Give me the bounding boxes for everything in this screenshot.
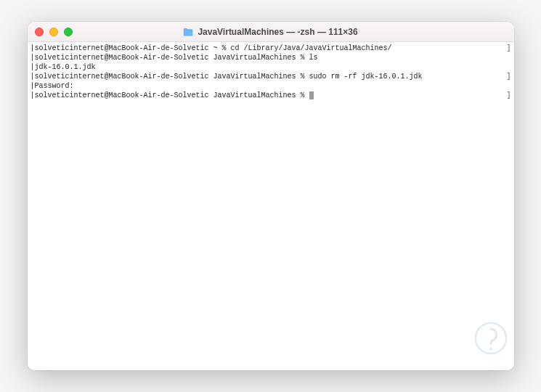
folder-icon bbox=[183, 28, 193, 36]
terminal-text: |Password: bbox=[30, 81, 511, 91]
window-title: JavaVirtualMachines — -zsh — 111×36 bbox=[198, 27, 357, 37]
maximize-icon[interactable] bbox=[64, 28, 73, 36]
terminal-text: |solveticinternet@MacBook-Air-de-Solveti… bbox=[30, 44, 507, 53]
terminal-text: |solveticinternet@MacBook-Air-de-Solveti… bbox=[30, 72, 507, 81]
terminal-line: |jdk-16.0.1.jdk bbox=[30, 62, 511, 72]
line-end-bracket: ] bbox=[506, 44, 511, 53]
watermark-logo bbox=[473, 321, 508, 356]
line-end-bracket: ] bbox=[506, 72, 511, 81]
terminal-line: |solveticinternet@MacBook-Air-de-Solveti… bbox=[30, 91, 511, 100]
titlebar[interactable]: JavaVirtualMachines — -zsh — 111×36 bbox=[28, 22, 514, 42]
terminal-text: |solveticinternet@MacBook-Air-de-Solveti… bbox=[30, 53, 511, 62]
minimize-icon[interactable] bbox=[49, 28, 58, 36]
traffic-lights bbox=[35, 28, 73, 36]
terminal-text: |jdk-16.0.1.jdk bbox=[30, 62, 511, 72]
terminal-line: |solveticinternet@MacBook-Air-de-Solveti… bbox=[30, 44, 511, 53]
title-center: JavaVirtualMachines — -zsh — 111×36 bbox=[28, 27, 514, 37]
terminal-text: |solveticinternet@MacBook-Air-de-Solveti… bbox=[30, 91, 507, 100]
terminal-line: |solveticinternet@MacBook-Air-de-Solveti… bbox=[30, 72, 511, 81]
cursor bbox=[309, 91, 314, 99]
terminal-window: JavaVirtualMachines — -zsh — 111×36 |sol… bbox=[28, 22, 514, 370]
terminal-line: |solveticinternet@MacBook-Air-de-Solveti… bbox=[30, 53, 511, 62]
svg-point-1 bbox=[489, 347, 492, 350]
terminal-body[interactable]: |solveticinternet@MacBook-Air-de-Solveti… bbox=[28, 42, 514, 370]
close-icon[interactable] bbox=[35, 28, 44, 36]
terminal-line: |Password: bbox=[30, 81, 511, 91]
line-end-bracket: ] bbox=[506, 91, 511, 100]
